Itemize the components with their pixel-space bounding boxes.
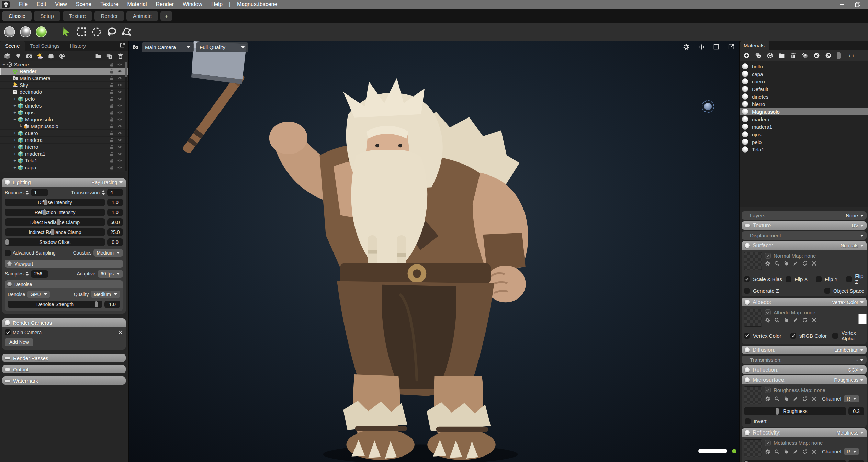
- menu-file[interactable]: File: [14, 1, 32, 8]
- roughness-map-checkbox[interactable]: [765, 387, 771, 393]
- eye-icon[interactable]: [117, 103, 122, 108]
- output-toggle[interactable]: [5, 368, 10, 371]
- split-view-icon[interactable]: [698, 44, 705, 50]
- tree-row-decimado[interactable]: − decimado: [0, 89, 128, 95]
- lock-icon[interactable]: [109, 158, 114, 163]
- reflection-toggle[interactable]: [745, 367, 750, 372]
- tree-row-sky[interactable]: Sky: [0, 82, 128, 89]
- metalness-slider[interactable]: Metalness: [744, 460, 846, 462]
- shadow-offset-value[interactable]: 0.0: [107, 238, 123, 246]
- select-arrow-icon[interactable]: [61, 27, 71, 37]
- tree-row-tela1[interactable]: + Tela1: [0, 157, 128, 164]
- eye-icon[interactable]: [117, 69, 122, 74]
- new-folder-icon[interactable]: [95, 53, 102, 59]
- tree-row-madera[interactable]: + madera: [0, 137, 128, 144]
- transmission-stepper[interactable]: [102, 190, 105, 195]
- map-search-icon[interactable]: [774, 396, 780, 402]
- render-passes-header[interactable]: Render Passes: [2, 354, 126, 362]
- material-item-pelo[interactable]: pelo: [740, 138, 868, 146]
- texture-mode-dropdown[interactable]: UV: [852, 223, 864, 228]
- menu-render[interactable]: Render: [151, 1, 178, 8]
- material-item-cuero[interactable]: cuero: [740, 78, 868, 85]
- menu-texture[interactable]: Texture: [96, 1, 123, 8]
- albedo-toggle[interactable]: [745, 300, 750, 305]
- viewport-settings-icon[interactable]: [683, 44, 690, 50]
- metalness-channel-dropdown[interactable]: R: [844, 448, 859, 455]
- add-sky-icon[interactable]: [37, 53, 43, 59]
- lock-icon[interactable]: [109, 145, 114, 149]
- denoise-quality-dropdown[interactable]: Medium: [91, 291, 120, 298]
- lock-icon[interactable]: [109, 151, 114, 156]
- tree-scrollbar[interactable]: [125, 62, 127, 171]
- add-new-camera-button[interactable]: Add New: [5, 338, 33, 346]
- tree-row-hierro[interactable]: + hierro: [0, 144, 128, 150]
- tab-render[interactable]: Render: [94, 11, 124, 21]
- diffuse-intensity-value[interactable]: 1.0: [107, 199, 123, 206]
- add-camera-icon[interactable]: [26, 53, 32, 59]
- import-material-icon[interactable]: [813, 52, 820, 59]
- layers-row[interactable]: Layers None: [742, 211, 867, 220]
- vertex-color-checkbox[interactable]: Vertex Color: [744, 333, 787, 339]
- lock-icon[interactable]: [109, 90, 114, 94]
- surface-header[interactable]: Surface: Normals: [742, 241, 867, 250]
- marquee-select-icon[interactable]: [76, 27, 87, 37]
- indirect-radiance-clamp-slider[interactable]: Indirect Radiance Clamp: [5, 228, 105, 236]
- watermark-toggle[interactable]: [5, 380, 10, 382]
- roughness-value[interactable]: 0.3: [848, 407, 864, 415]
- flip-x-checkbox[interactable]: Flip X: [786, 276, 813, 282]
- eye-icon[interactable]: [117, 151, 122, 156]
- flip-z-checkbox[interactable]: Flip Z: [846, 273, 864, 285]
- render-passes-toggle[interactable]: [5, 357, 10, 359]
- material-item-dinetes[interactable]: dinetes: [740, 93, 868, 100]
- lock-icon[interactable]: [109, 110, 114, 115]
- diffusion-toggle[interactable]: [745, 347, 750, 352]
- eye-icon[interactable]: [117, 117, 122, 122]
- advanced-sampling-checkbox[interactable]: [5, 250, 11, 256]
- map-load-icon[interactable]: [784, 317, 789, 323]
- diffuse-intensity-slider[interactable]: Diffuse Intensity: [5, 199, 105, 206]
- lock-icon[interactable]: [109, 117, 114, 122]
- reflectivity-toggle[interactable]: [745, 430, 750, 435]
- denoise-strength-slider[interactable]: Denoise Strength: [8, 301, 102, 308]
- displacement-value[interactable]: -: [856, 233, 864, 238]
- roughness-channel-dropdown[interactable]: R: [844, 395, 859, 402]
- menu-scene[interactable]: Scene: [71, 1, 96, 8]
- tree-row-render[interactable]: Render: [0, 68, 128, 75]
- albedo-mode-dropdown[interactable]: Vertex Color: [832, 300, 864, 305]
- map-load-icon[interactable]: [784, 261, 789, 266]
- tab-classic[interactable]: Classic: [2, 11, 32, 21]
- eye-icon[interactable]: [117, 82, 122, 88]
- eye-icon[interactable]: [117, 131, 122, 136]
- map-edit-icon[interactable]: [793, 317, 798, 323]
- lock-icon[interactable]: [109, 83, 114, 88]
- map-clear-icon[interactable]: [811, 261, 817, 266]
- lasso-select-icon[interactable]: [106, 27, 117, 37]
- reflectivity-mode-dropdown[interactable]: Metalness: [836, 430, 864, 436]
- eye-icon[interactable]: [117, 110, 122, 115]
- lock-icon[interactable]: [109, 103, 114, 108]
- caustics-dropdown[interactable]: Medium: [93, 249, 123, 257]
- map-load-icon[interactable]: [784, 396, 789, 402]
- transmission-value[interactable]: -: [856, 357, 864, 363]
- denoise-strength-value[interactable]: 1.0: [104, 301, 120, 308]
- restore-window-icon[interactable]: [855, 2, 860, 7]
- map-settings-icon[interactable]: [765, 261, 770, 266]
- eye-icon[interactable]: [117, 158, 122, 163]
- menu-help[interactable]: Help: [207, 1, 227, 8]
- texture-toggle[interactable]: [745, 224, 750, 227]
- material-item-tela1[interactable]: Tela1: [740, 146, 868, 153]
- eye-icon[interactable]: [117, 89, 122, 94]
- tab-setup[interactable]: Setup: [34, 11, 60, 21]
- tree-row-scene[interactable]: − Scene: [0, 61, 128, 68]
- material-folder-icon[interactable]: [778, 52, 785, 59]
- menu-edit[interactable]: Edit: [32, 1, 51, 8]
- map-settings-icon[interactable]: [765, 449, 770, 454]
- reflection-mode-dropdown[interactable]: GGX: [848, 367, 864, 373]
- metalness-map-thumbnail[interactable]: [744, 439, 762, 457]
- albedo-map-thumbnail[interactable]: [744, 309, 762, 327]
- eye-icon[interactable]: [117, 96, 122, 101]
- add-mesh-icon[interactable]: [4, 53, 11, 59]
- viewport-camera-dropdown[interactable]: Main Camera: [142, 42, 194, 52]
- srgb-color-checkbox[interactable]: sRGB Color: [790, 333, 829, 339]
- albedo-header[interactable]: Albedo: Vertex Color: [742, 298, 867, 306]
